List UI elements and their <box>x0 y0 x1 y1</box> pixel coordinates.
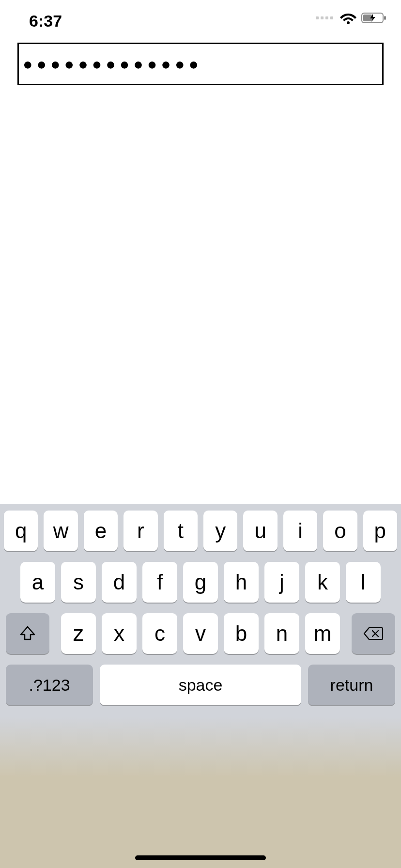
numbers-key[interactable]: .?123 <box>6 665 93 705</box>
key-b[interactable]: b <box>224 613 259 654</box>
keyboard-row-4: .?123 space return <box>4 665 397 717</box>
key-q[interactable]: q <box>4 511 38 551</box>
key-v[interactable]: v <box>183 613 218 654</box>
key-y[interactable]: y <box>203 511 237 551</box>
key-u[interactable]: u <box>243 511 277 551</box>
password-input[interactable] <box>17 43 384 85</box>
keyboard-row-2: a s d f g h j k l <box>4 562 397 603</box>
key-h[interactable]: h <box>224 562 259 603</box>
keyboard: q w e r t y u i o p a s d f g h j k l <box>0 504 401 868</box>
status-time: 6:37 <box>29 12 62 31</box>
key-t[interactable]: t <box>164 511 198 551</box>
battery-charging-icon <box>361 12 387 24</box>
keyboard-bottom-area <box>0 717 401 868</box>
key-w[interactable]: w <box>44 511 77 551</box>
key-p[interactable]: p <box>363 511 397 551</box>
backspace-icon <box>363 626 384 641</box>
wifi-icon <box>340 12 356 24</box>
key-k[interactable]: k <box>305 562 340 603</box>
key-d[interactable]: d <box>102 562 137 603</box>
key-l[interactable]: l <box>346 562 381 603</box>
key-c[interactable]: c <box>142 613 177 654</box>
key-f[interactable]: f <box>142 562 177 603</box>
keyboard-row-3: z x c v b n m <box>4 613 397 654</box>
status-indicators <box>316 12 387 24</box>
key-x[interactable]: x <box>102 613 137 654</box>
svg-point-0 <box>347 21 350 24</box>
return-key[interactable]: return <box>308 665 395 705</box>
key-i[interactable]: i <box>283 511 317 551</box>
space-key[interactable]: space <box>100 665 301 705</box>
keyboard-row-1: q w e r t y u i o p <box>4 511 397 551</box>
cellular-dots-icon <box>316 16 333 19</box>
svg-rect-3 <box>384 16 386 20</box>
key-r[interactable]: r <box>123 511 157 551</box>
key-e[interactable]: e <box>84 511 118 551</box>
home-indicator[interactable] <box>135 855 266 860</box>
shift-icon <box>19 625 36 642</box>
status-bar: 6:37 <box>0 0 401 43</box>
key-g[interactable]: g <box>183 562 218 603</box>
key-m[interactable]: m <box>305 613 340 654</box>
key-n[interactable]: n <box>264 613 299 654</box>
key-j[interactable]: j <box>264 562 299 603</box>
shift-key[interactable] <box>6 613 49 654</box>
key-s[interactable]: s <box>61 562 96 603</box>
key-a[interactable]: a <box>20 562 55 603</box>
key-o[interactable]: o <box>323 511 357 551</box>
backspace-key[interactable] <box>352 613 395 654</box>
key-z[interactable]: z <box>61 613 96 654</box>
